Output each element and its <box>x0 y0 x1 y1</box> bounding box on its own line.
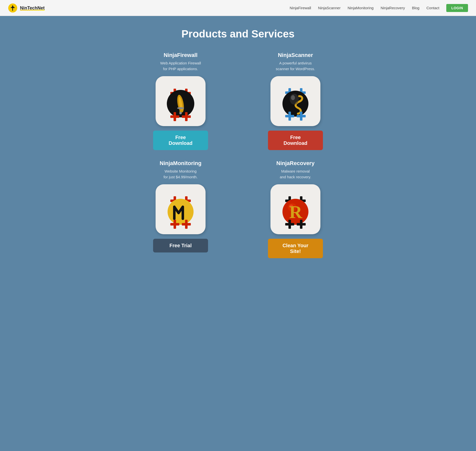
nav-link-firewall[interactable]: NinjaFirewall <box>290 6 311 10</box>
firewall-download-button[interactable]: Free Download <box>153 131 208 150</box>
recovery-icon-svg: R <box>275 189 315 229</box>
nav-link-contact[interactable]: Contact <box>426 6 439 10</box>
svg-rect-35 <box>170 223 179 226</box>
product-icon-firewall <box>156 76 206 126</box>
product-card-firewall: NinjaFirewall Web Application Firewall f… <box>131 52 231 150</box>
main-content: Products and Services NinjaFirewall Web … <box>0 16 476 451</box>
products-grid: NinjaFirewall Web Application Firewall f… <box>131 52 345 258</box>
logo-icon <box>8 3 17 13</box>
logo[interactable]: NinTechNet <box>8 3 45 13</box>
svg-text:R: R <box>289 202 302 222</box>
nav-link-monitoring[interactable]: NinjaMonitoring <box>348 6 374 10</box>
svg-point-13 <box>179 112 182 114</box>
svg-rect-28 <box>297 115 306 117</box>
nav-link-scanner[interactable]: NinjaScanner <box>318 6 341 10</box>
product-desc-firewall: Web Application Firewall for PHP applica… <box>160 60 201 72</box>
svg-point-12 <box>177 107 184 109</box>
monitoring-trial-button[interactable]: Free Trial <box>153 239 208 252</box>
product-desc-scanner: A powerful antivirus scanner for WordPre… <box>276 60 315 72</box>
product-icon-monitoring <box>156 184 206 234</box>
product-name-scanner: NinjaScanner <box>278 52 313 58</box>
product-name-recovery: NinjaRecovery <box>276 160 315 167</box>
recovery-clean-button[interactable]: Clean Your Site! <box>268 239 323 258</box>
logo-text: NinTechNet <box>20 5 45 10</box>
nav-link-recovery[interactable]: NinjaRecovery <box>381 6 405 10</box>
login-button[interactable]: LOGIN <box>446 4 468 12</box>
product-card-monitoring: NinjaMonitoring Website Monitoring for j… <box>131 160 231 258</box>
svg-rect-17 <box>182 115 191 118</box>
product-icon-recovery: R <box>270 184 320 234</box>
svg-point-3 <box>12 6 14 8</box>
product-name-firewall: NinjaFirewall <box>164 52 198 58</box>
svg-rect-49 <box>297 223 306 226</box>
svg-point-24 <box>291 95 295 100</box>
svg-rect-15 <box>170 115 179 118</box>
nav-links: NinjaFirewall NinjaScanner NinjaMonitori… <box>290 6 439 10</box>
product-icon-scanner <box>270 76 320 126</box>
product-card-recovery: NinjaRecovery Malware removal and hack r… <box>245 160 345 258</box>
scanner-download-button[interactable]: Free Download <box>268 131 323 150</box>
svg-rect-47 <box>285 223 294 226</box>
product-card-scanner: NinjaScanner A powerful antivirus scanne… <box>245 52 345 150</box>
product-name-monitoring: NinjaMonitoring <box>160 160 201 167</box>
svg-rect-26 <box>285 115 294 117</box>
monitoring-icon-svg <box>161 189 201 229</box>
product-desc-recovery: Malware removal and hack recovery. <box>280 169 311 180</box>
scanner-icon-svg <box>275 81 315 121</box>
page-title: Products and Services <box>5 28 471 40</box>
navbar: NinTechNet NinjaFirewall NinjaScanner Ni… <box>0 0 476 16</box>
product-desc-monitoring: Website Monitoring for just $4.99/month. <box>164 169 198 180</box>
firewall-icon-svg <box>161 81 201 121</box>
nav-link-blog[interactable]: Blog <box>412 6 419 10</box>
svg-rect-37 <box>182 223 191 226</box>
